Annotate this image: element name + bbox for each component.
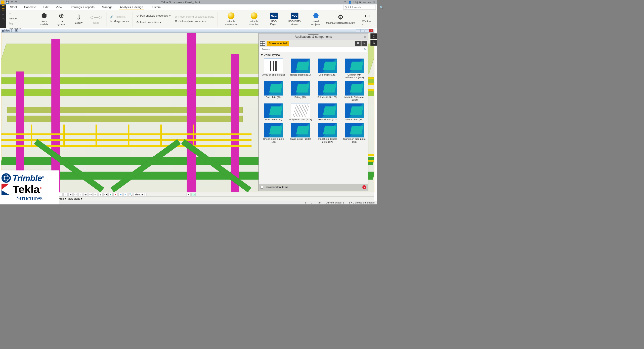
hgg-export-button[interactable]: HGGHGG Export [267,13,281,26]
cube-view-icon[interactable]: ⬚ [370,33,377,39]
component-item[interactable]: Shear plate simple (146) [261,123,286,144]
help-icon[interactable]: ? [344,1,347,4]
levels-icon[interactable]: ⇅ [370,40,377,46]
right-side-panel-toggles[interactable]: ⬚ ⇅ [370,33,377,46]
show-hidden-checkbox[interactable] [261,186,263,189]
search-icon[interactable]: 🔍 [380,6,383,9]
panel-footer-close-icon[interactable]: ✕ [362,185,366,189]
save-icon[interactable]: 💾 [6,1,9,4]
steel-projects-button[interactable]: ⬣Steel Projects [309,12,323,26]
ribbon: ⬢A&D models ⊕Load groups ⇩Load ▾ ○─○Node… [0,10,377,28]
view-window-titlebar[interactable]: ▦ View 1 - 3D — ❐ □ ✕ [1,29,374,33]
tool-icon[interactable]: ▲ [108,193,112,196]
tool-icon[interactable]: ▯ [78,193,82,196]
tab-analysis-design[interactable]: Analysis & design [119,5,144,10]
collapse-triangle-icon[interactable]: ▼ [261,53,263,57]
component-item[interactable]: Fitting (13) [288,81,313,101]
tool-icon[interactable]: ▭ [73,193,77,196]
tab-drawings[interactable]: Drawings & reports [68,5,96,10]
view-restore-icon[interactable]: ❐ [360,29,364,32]
component-item[interactable]: Clip angle (141) [315,58,340,79]
component-item[interactable]: New notch (49) [261,103,286,121]
user-icon[interactable]: 👤 [349,1,352,4]
close-icon[interactable]: ✕ [373,1,376,4]
login-link[interactable]: Log in [354,1,361,4]
load-button[interactable]: ⇩Load ▾ [72,14,85,24]
component-item[interactable]: Stanchion double plate (87) [315,123,340,144]
component-item[interactable]: Polybeam pan (S73) [288,103,313,121]
panel-search-input[interactable] [260,48,364,51]
ad-models-button[interactable]: ⬢A&D models [37,12,51,26]
tool-icon[interactable]: ⌂ [63,193,67,196]
component-item[interactable]: Multiple Stiffeners (1064) [342,81,367,101]
component-item[interactable]: Bolted gusset (11) [288,58,313,79]
panel-search[interactable]: 🔍 [260,47,367,52]
tab-manage[interactable]: Manage [101,5,114,10]
tab-edit[interactable]: Edit [42,5,50,10]
show-selected-button[interactable]: Show selected [267,41,289,46]
sail-icon [2,184,11,195]
view-plane-dropdown[interactable]: View plane ▾ [67,197,82,200]
tool-icon[interactable]: ⬚ [192,193,196,196]
component-item[interactable]: Round tube (23) [315,103,340,121]
tab-concrete[interactable]: Concrete [23,5,37,10]
auto-dropdown[interactable]: Auto ▾ [58,197,66,200]
component-item[interactable]: Stanchion side plate (83) [342,123,367,144]
drag-handle-icon[interactable] [308,34,319,35]
load-properties-button[interactable]: ⚙Load properties▾ [136,21,170,24]
component-item[interactable]: End plate (29) [261,81,286,101]
tool-icon[interactable]: 🔍 [128,193,133,196]
tab-view[interactable]: View [55,5,63,10]
status-pan: Pan [317,201,321,204]
get-analysis-button[interactable]: ⚙Get analysis properties [175,20,214,23]
globe-icon [2,173,11,183]
view-close-icon[interactable]: ✕ [369,29,373,32]
component-group-header[interactable]: ▼ Zamil Typical [259,52,368,58]
component-item[interactable]: Column with stiffeners S (187) [342,58,367,79]
view-min-icon[interactable]: — [356,29,360,32]
tool-icon[interactable]: ⊞ [68,193,72,196]
tool-icon[interactable]: ⟲▾ [103,193,107,196]
hgg-dstv-button[interactable]: HGGHGG DSTV Viewer [285,13,305,26]
quick-launch[interactable]: 🔍 [344,5,376,10]
tool-icon[interactable]: ◧ [83,193,88,196]
component-item[interactable]: Stairs detail (1038) [288,123,313,144]
reset-editing-button: ↺Reset editing of selected parts [175,15,214,19]
minimize-icon[interactable]: — [363,1,366,4]
grid-view-icon[interactable] [260,41,265,46]
tool-icon[interactable]: ⊟ [123,193,127,196]
macro-surface-button[interactable]: ⚙Macro.CreateSurfaceView [327,14,354,24]
tool-icon[interactable]: □▾ [89,193,93,196]
view-toolbar: ↔ ⌂ ⊞ ▭ ▯ ◧ □▾ ⇔ ↕ ⟲▾ ▲ ✖ ⊞ ⊟ 🔍 standard… [57,192,374,197]
part-analysis-button[interactable]: ⚙Part analysis properties▾ [136,14,170,17]
component-item[interactable]: Array of objects (29) [261,58,286,79]
tab-steel[interactable]: Steel [9,5,18,10]
status-s: S [305,201,307,204]
merge-nodes-button[interactable]: ↬Merge nodes [110,20,129,23]
trimble-realworks-button[interactable]: Trimble RealWorks [221,12,241,26]
redo-icon[interactable]: ↷ [15,1,18,4]
load-groups-button[interactable]: ⊕Load groups [55,12,68,26]
search-icon[interactable]: 🔍 [364,48,367,51]
collapse-icon[interactable]: ⤡ [361,41,367,46]
maximize-icon[interactable]: ▭ [368,1,371,4]
tool-icon[interactable]: ⇔ [94,193,98,196]
tool-icon[interactable]: ✖ [113,193,117,196]
panel-header[interactable]: Applications & components ✕ [259,33,368,40]
tool-icon[interactable]: ⊛ [187,193,191,196]
file-menu-strip[interactable]: ▾ ⬚ [0,5,6,28]
window-menu[interactable]: ▭ Window ▾ [358,10,377,28]
tool-icon[interactable]: ⊞ [118,193,122,196]
component-item[interactable]: Full depth S (185) [315,81,340,101]
trimble-sketchup-button[interactable]: Trimble Sketchup [245,12,263,26]
tool-icon[interactable]: ↕ [99,193,103,196]
panel-close-icon[interactable]: ✕ [364,35,367,39]
list-view-icon[interactable]: ☰ [355,41,361,46]
quick-launch-input[interactable] [344,6,380,9]
undo-icon[interactable]: ↶ [10,1,13,4]
tab-custom[interactable]: Custom [149,5,162,10]
render-mode-field[interactable]: standard [134,193,147,196]
component-item[interactable]: Shear plate (34) [342,103,367,121]
view-max-icon[interactable]: □ [365,29,369,32]
tool-icon[interactable]: ↔ [58,193,62,196]
